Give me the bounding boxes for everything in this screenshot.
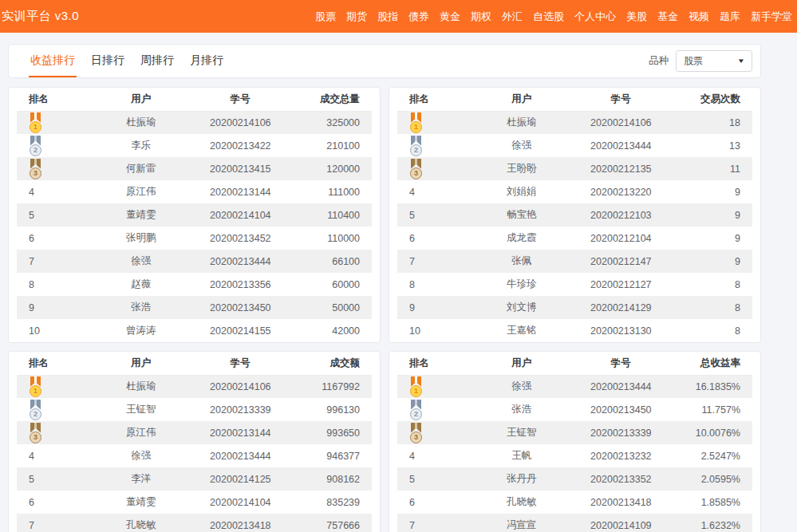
column-header: 成交额 [294, 352, 372, 375]
table-header-row: 排名用户学号成交额 [17, 352, 372, 375]
value-cell: 757666 [294, 514, 372, 532]
table-row: 2王钲智20200213339996130 [17, 398, 372, 421]
rank-number: 7 [29, 520, 34, 531]
value-cell: 110000 [294, 227, 372, 250]
nav-item-beginner-school[interactable]: 新手学堂 [751, 10, 792, 24]
nav-item-funds[interactable]: 基金 [657, 10, 678, 24]
tab-week-ranking[interactable]: 周排行 [139, 45, 176, 77]
student-id-cell: 20200212127 [568, 273, 675, 296]
rank-cell: 2 [397, 134, 475, 157]
student-id-cell: 20200213232 [568, 444, 675, 467]
table-row: 1杜振瑜202002141061167992 [17, 375, 372, 398]
app-header: 实训平台 v3.0 股票期货股指债券黄金期权外汇自选股个人中心美股基金视频题库新… [0, 0, 797, 33]
tab-profit-ranking[interactable]: 收益排行 [29, 45, 77, 77]
rank-number: 4 [29, 451, 34, 462]
value-cell: 210100 [294, 134, 372, 157]
rank-cell: 8 [397, 273, 475, 296]
nav-item-stocks[interactable]: 股票 [315, 10, 336, 24]
variety-select[interactable]: 股票 ▼ [676, 50, 752, 72]
nav-item-us-stocks[interactable]: 美股 [626, 10, 647, 24]
student-id-cell: 20200213450 [568, 398, 675, 421]
rank-cell: 3 [397, 157, 475, 180]
value-cell: 8 [674, 296, 752, 319]
user-cell: 成龙霞 [475, 227, 568, 250]
ranking-table: 排名用户学号成交总量1杜振瑜202002141063250002李乐202002… [17, 88, 372, 342]
nav-item-bonds[interactable]: 债券 [408, 10, 429, 24]
value-cell: 66100 [294, 250, 372, 273]
nav-item-profile[interactable]: 个人中心 [574, 10, 616, 24]
gold-medal-icon: 1 [409, 112, 423, 133]
user-cell: 畅宝艳 [475, 203, 568, 227]
user-cell: 张浩 [95, 296, 187, 319]
student-id-cell: 20200212135 [568, 157, 675, 180]
nav-item-stock-index[interactable]: 股指 [377, 10, 398, 24]
nav-item-options[interactable]: 期权 [471, 10, 491, 24]
user-cell: 杜振瑜 [95, 111, 187, 134]
student-id-cell: 20200212147 [568, 250, 675, 273]
column-header: 学号 [568, 352, 675, 375]
nav-item-videos[interactable]: 视频 [688, 10, 709, 24]
tab-day-ranking[interactable]: 日排行 [89, 45, 126, 77]
rank-cell: 1 [17, 111, 95, 134]
nav-item-question-bank[interactable]: 题库 [720, 10, 740, 24]
rank-cell: 3 [17, 157, 95, 180]
medal-number: 1 [410, 385, 422, 397]
value-cell: 908162 [294, 467, 372, 491]
chevron-down-icon: ▼ [737, 57, 745, 65]
student-id-cell: 20200213422 [187, 134, 294, 157]
rank-cell: 4 [397, 180, 475, 203]
ranking-tabs: 收益排行日排行周排行月排行 [29, 45, 238, 77]
nav-item-gold[interactable]: 黄金 [440, 10, 460, 24]
student-id-cell: 20200214129 [568, 296, 675, 319]
rank-number: 5 [29, 210, 34, 221]
value-cell: 50000 [294, 296, 372, 319]
column-header: 交易次数 [674, 88, 752, 111]
nav-item-futures[interactable]: 期货 [346, 10, 367, 24]
value-cell: 1167992 [294, 375, 372, 398]
table-row: 6孔晓敏202002134181.8585% [397, 491, 752, 514]
rank-cell: 6 [397, 491, 475, 514]
tab-month-ranking[interactable]: 月排行 [188, 45, 225, 77]
value-cell: 2.0595% [674, 467, 752, 491]
rank-cell: 7 [17, 514, 95, 532]
table-row: 5李洋20200214125908162 [17, 467, 372, 491]
table-row: 6董靖雯20200214104835239 [17, 491, 372, 514]
user-cell: 张丹丹 [475, 467, 568, 491]
table-row: 3何新雷20200213415120000 [17, 157, 372, 180]
value-cell: 9 [674, 227, 752, 250]
student-id-cell: 20200213352 [568, 467, 675, 491]
silver-medal-icon: 2 [409, 400, 423, 420]
rank-number: 9 [29, 302, 34, 313]
column-header: 排名 [17, 352, 95, 375]
table-header-row: 排名用户学号总收益率 [397, 352, 752, 375]
rank-cell: 5 [397, 467, 475, 491]
user-cell: 曾涛涛 [95, 319, 187, 342]
ranking-table: 排名用户学号成交额1杜振瑜2020021410611679922王钲智20200… [17, 352, 372, 532]
table-row: 8赵薇2020021335660000 [17, 273, 372, 296]
user-cell: 张明鹏 [95, 227, 187, 250]
rank-cell: 6 [17, 227, 95, 250]
value-cell: 8 [674, 273, 752, 296]
rank-cell: 6 [397, 227, 475, 250]
table-row: 7徐强2020021344466100 [17, 250, 372, 273]
nav-item-forex[interactable]: 外汇 [502, 10, 523, 24]
student-id-cell: 20200213339 [568, 421, 675, 444]
student-id-cell: 20200213356 [187, 273, 294, 296]
rank-cell: 9 [397, 296, 475, 319]
student-id-cell: 20200213339 [187, 398, 294, 421]
value-cell: 1.6232% [674, 514, 752, 532]
nav-item-watchlist[interactable]: 自选股 [533, 10, 564, 24]
table-row: 3王盼盼2020021213511 [397, 157, 752, 180]
table-row: 10王嘉铭202002131308 [397, 319, 752, 342]
table-row: 4徐强20200213444946377 [17, 444, 372, 467]
medal-number: 2 [410, 408, 422, 420]
student-id-cell: 20200213415 [187, 157, 294, 180]
table-row: 4原江伟20200213144111000 [17, 180, 372, 203]
user-cell: 徐强 [95, 444, 187, 467]
student-id-cell: 20200214104 [187, 203, 294, 227]
student-id-cell: 20200214109 [568, 514, 675, 532]
rank-cell: 9 [17, 296, 95, 319]
rank-cell: 4 [17, 444, 95, 467]
variety-filter: 品种 股票 ▼ [649, 50, 752, 72]
medal-number: 2 [30, 408, 41, 420]
